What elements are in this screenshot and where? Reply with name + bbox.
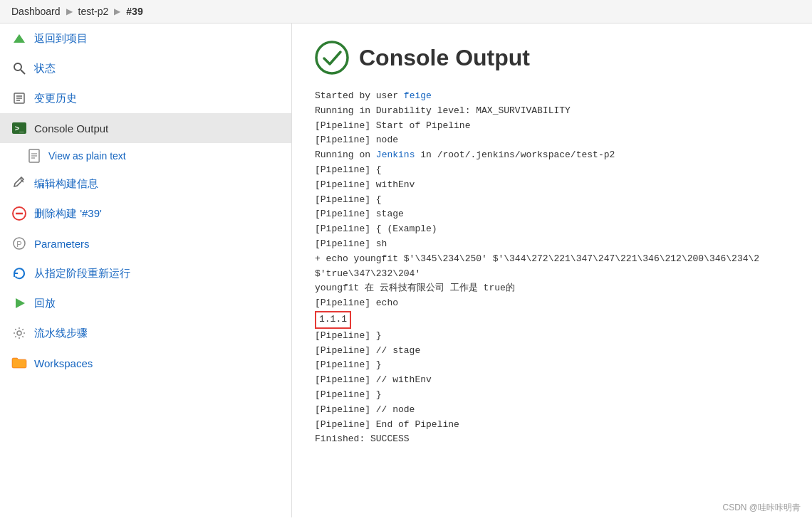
success-check-icon	[315, 41, 349, 75]
console-line: [Pipeline] Start of Pipeline	[315, 119, 789, 134]
sidebar-item-delete-build[interactable]: 删除构建 '#39'	[0, 199, 291, 228]
sidebar-subitem-label: View as plain text	[48, 150, 126, 162]
sidebar-item-edit-build-info[interactable]: 编辑构建信息	[0, 169, 291, 199]
console-line: Running on Jenkins in /root/.jenkins/wor…	[315, 148, 789, 163]
main-content: Console Output Started by user feige Run…	[292, 23, 812, 517]
breadcrumb-current: #39	[126, 6, 142, 17]
sidebar-item-status[interactable]: 状态	[0, 53, 291, 83]
console-line: $'true\347\232\204'	[315, 267, 789, 282]
console-line: [Pipeline] stage	[315, 207, 789, 222]
doc-icon	[27, 149, 41, 163]
console-line: Running in Durability level: MAX_SURVIVA…	[315, 104, 789, 119]
console-line: [Pipeline] echo	[315, 296, 789, 311]
console-line: [Pipeline] }	[315, 358, 789, 373]
sidebar-item-label: 从指定阶段重新运行	[34, 267, 130, 280]
arrow-up-icon	[11, 31, 27, 46]
watermark: CSDN @哇咔咔明青	[722, 502, 801, 514]
console-line: [Pipeline] node	[315, 133, 789, 148]
magnify-icon	[11, 60, 27, 76]
console-line: [Pipeline] // node	[315, 403, 789, 418]
highlighted-value: 1.1.1	[315, 311, 351, 329]
sidebar-item-pipeline-steps[interactable]: 流水线步骤	[0, 318, 291, 348]
sidebar-item-label: 状态	[34, 62, 56, 75]
sidebar-item-label: Parameters	[34, 238, 90, 250]
sidebar-item-back-to-project[interactable]: 返回到项目	[0, 23, 291, 53]
breadcrumb-dashboard[interactable]: Dashboard	[11, 6, 61, 17]
svg-text:P: P	[16, 240, 21, 248]
console-line: [Pipeline] { (Example)	[315, 222, 789, 237]
breadcrumb: Dashboard ▶ test-p2 ▶ #39	[0, 0, 812, 23]
params-icon: P	[11, 236, 27, 251]
sidebar-item-label: 删除构建 '#39'	[34, 207, 102, 221]
sidebar-subitem-view-plain-text[interactable]: View as plain text	[0, 143, 291, 169]
sidebar-item-replay[interactable]: 回放	[0, 288, 291, 318]
console-line-highlight: 1.1.1	[315, 311, 789, 329]
sidebar-item-parameters[interactable]: P Parameters	[0, 228, 291, 258]
console-line-finished: Finished: SUCCESS	[315, 432, 789, 447]
svg-point-16	[17, 331, 21, 335]
sidebar-item-restart-from-stage[interactable]: 从指定阶段重新运行	[0, 258, 291, 288]
console-line: [Pipeline] // stage	[315, 344, 789, 359]
sidebar-item-label: 变更历史	[34, 92, 77, 105]
sidebar-item-label: 返回到项目	[34, 32, 88, 46]
gear-icon	[11, 325, 27, 341]
console-line: Started by user feige	[315, 89, 789, 104]
console-line: [Pipeline] End of Pipeline	[315, 418, 789, 433]
jenkins-link[interactable]: Jenkins	[376, 149, 415, 160]
svg-line-1	[21, 70, 25, 74]
svg-marker-15	[16, 298, 25, 308]
console-line: + echo youngfit $'\345\234\250' $'\344\2…	[315, 252, 789, 267]
folder-icon	[11, 355, 27, 371]
console-line: youngfit 在 云科技有限公司 工作是 true的	[315, 281, 789, 296]
console-output: Started by user feige Running in Durabil…	[315, 89, 789, 447]
edit-icon	[11, 90, 27, 106]
sidebar-item-label: 编辑构建信息	[34, 177, 98, 191]
breadcrumb-project[interactable]: test-p2	[78, 6, 109, 17]
sidebar-item-label: 流水线步骤	[34, 327, 88, 340]
console-line: [Pipeline] // withEnv	[315, 373, 789, 388]
sidebar-item-change-history[interactable]: 变更历史	[0, 83, 291, 113]
sidebar-item-workspaces[interactable]: Workspaces	[0, 348, 291, 378]
sidebar-item-label: 回放	[34, 297, 56, 310]
sidebar: 返回到项目 状态 变更历史 >_ Console Output View as …	[0, 23, 292, 517]
svg-point-17	[316, 42, 348, 73]
refresh-icon	[11, 265, 27, 281]
page-title: Console Output	[359, 45, 530, 71]
console-line: [Pipeline] }	[315, 388, 789, 403]
console-line: [Pipeline] {	[315, 163, 789, 178]
no-icon	[11, 206, 27, 221]
sidebar-item-label: Console Output	[34, 122, 108, 135]
pencil-icon	[11, 176, 27, 191]
sidebar-item-label: Workspaces	[34, 357, 93, 369]
page-title-row: Console Output	[315, 41, 789, 75]
breadcrumb-sep-2: ▶	[114, 6, 120, 16]
play-icon	[11, 295, 27, 311]
console-line: [Pipeline] }	[315, 329, 789, 344]
sidebar-item-console-output[interactable]: >_ Console Output	[0, 113, 291, 143]
user-link[interactable]: feige	[404, 90, 432, 101]
breadcrumb-sep-1: ▶	[66, 6, 73, 16]
console-line: [Pipeline] withEnv	[315, 178, 789, 193]
console-line: [Pipeline] {	[315, 193, 789, 208]
console-line: [Pipeline] sh	[315, 237, 789, 252]
svg-point-0	[14, 63, 21, 70]
terminal-icon: >_	[11, 120, 27, 136]
